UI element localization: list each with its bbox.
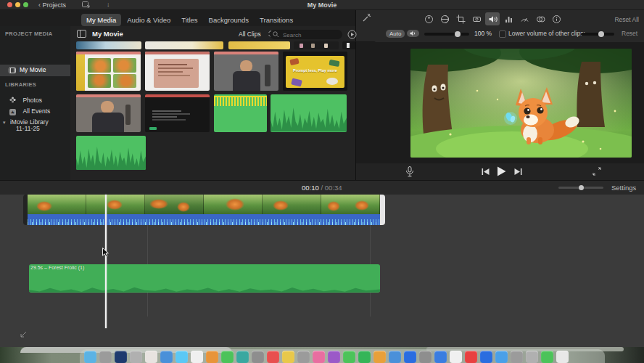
browser-play-button[interactable]: [347, 30, 357, 39]
tab-my-media[interactable]: My Media: [81, 14, 121, 26]
dock-app-icon[interactable]: [526, 351, 538, 363]
volume-tool-icon[interactable]: [485, 12, 500, 25]
effects-icon[interactable]: [533, 12, 548, 25]
fullscreen-expand-icon[interactable]: [593, 167, 601, 176]
dock-app-icon[interactable]: [206, 351, 218, 363]
search-input[interactable]: [281, 30, 341, 41]
search-field[interactable]: [270, 30, 342, 39]
dock-app-icon[interactable]: [389, 351, 401, 363]
volume-percent-value: 100 %: [474, 30, 492, 37]
media-thumbnail-fox-grid[interactable]: [76, 52, 141, 91]
sidebar-toggle-icon[interactable]: [77, 30, 86, 38]
dock-app-icon[interactable]: [495, 351, 508, 363]
dock-app-icon[interactable]: [358, 351, 371, 363]
tab-backgrounds[interactable]: Backgrounds: [204, 14, 254, 26]
lower-volume-checkbox[interactable]: [499, 30, 506, 38]
dock-app-icon[interactable]: [556, 351, 569, 363]
video-audio-strip[interactable]: [28, 214, 380, 225]
media-thumbnail-terminal[interactable]: [145, 94, 210, 132]
dock-icons: [80, 349, 605, 363]
speed-icon[interactable]: [517, 12, 532, 25]
skip-forward-button[interactable]: [514, 168, 522, 176]
media-thumbnail-audio-3[interactable]: [76, 136, 146, 170]
lower-volume-knob[interactable]: [598, 31, 604, 37]
filmstrip-frame: [321, 195, 380, 214]
auto-volume-button[interactable]: Auto: [386, 30, 405, 38]
microphone-icon[interactable]: [405, 166, 414, 177]
dock-app-icon[interactable]: [373, 351, 386, 363]
dock-app-icon[interactable]: [419, 351, 432, 363]
dock-app-icon[interactable]: [176, 351, 188, 363]
dock-app-icon[interactable]: [84, 351, 96, 363]
auto-enhance-wand-icon[interactable]: [362, 13, 371, 23]
video-clip-right-handle[interactable]: [380, 195, 385, 225]
tab-titles[interactable]: Titles: [176, 14, 202, 26]
reset-button[interactable]: Reset: [622, 30, 637, 37]
lower-volume-slider[interactable]: [581, 33, 614, 36]
dock-app-icon[interactable]: [115, 351, 127, 363]
info-icon[interactable]: [549, 12, 564, 25]
dock-app-icon[interactable]: [267, 351, 279, 363]
desktop-strip: [0, 347, 644, 363]
lower-volume-label: Lower volume of other clips:: [508, 30, 585, 37]
filmstrip-frame: [204, 195, 263, 214]
reset-all-button[interactable]: Reset All: [614, 16, 639, 23]
color-wheel-icon[interactable]: [421, 12, 436, 25]
search-icon: [273, 31, 279, 38]
clip-volume-slider[interactable]: [424, 33, 469, 36]
media-thumbnail[interactable]: [228, 41, 290, 49]
media-thumbnail[interactable]: [294, 41, 339, 49]
dock-app-icon[interactable]: [282, 351, 294, 363]
dock-app-icon[interactable]: [434, 351, 447, 363]
dock-app-icon[interactable]: [160, 351, 173, 363]
media-thumbnail[interactable]: [76, 41, 141, 49]
dock-app-icon[interactable]: [130, 351, 142, 363]
video-track-filmstrip[interactable]: [28, 195, 380, 214]
dock-app-icon[interactable]: [236, 351, 249, 363]
imovie-app: ‹ Projects ↓ My Movie My MediaAudio & Vi…: [0, 0, 644, 363]
stabilization-icon[interactable]: [469, 12, 484, 25]
media-thumbnail-presenter-2[interactable]: [76, 94, 141, 132]
media-thumbnail-document[interactable]: [145, 52, 210, 91]
timeline-zoom-knob[interactable]: [579, 185, 584, 190]
media-thumbnail-prompt-card[interactable]: Prompt less, Play more: [283, 52, 347, 91]
mute-button[interactable]: [407, 30, 419, 37]
dock-app-icon[interactable]: [450, 351, 462, 363]
dock-app-icon[interactable]: [252, 351, 264, 363]
media-thumbnail-audio-1[interactable]: [214, 94, 267, 132]
dock-app-icon[interactable]: [221, 351, 234, 363]
sidebar-item-my-movie[interactable]: My Movie: [0, 65, 70, 76]
window-title: My Movie: [0, 1, 644, 9]
sidebar-item-library-date[interactable]: 11-11-25: [16, 125, 40, 132]
dock-app-icon[interactable]: [511, 351, 523, 363]
color-balance-icon[interactable]: [437, 12, 452, 25]
preview-image[interactable]: [410, 49, 632, 158]
skip-back-button[interactable]: [482, 168, 490, 176]
play-button[interactable]: [497, 166, 506, 176]
dock-app-icon[interactable]: [313, 351, 325, 363]
noise-reduction-icon[interactable]: [501, 12, 516, 25]
media-thumbnail-presenter[interactable]: [214, 52, 278, 91]
dock-app-icon[interactable]: [99, 351, 112, 363]
libraries-header: LIBRARIES: [5, 81, 36, 88]
tab-audio-video[interactable]: Audio & Video: [122, 14, 176, 26]
dock-app-icon[interactable]: [465, 351, 477, 363]
dock-app-icon[interactable]: [328, 351, 340, 363]
media-thumbnail-audio-2[interactable]: [271, 94, 347, 132]
clip-volume-knob[interactable]: [455, 31, 461, 37]
playhead[interactable]: [105, 195, 107, 328]
timeline-settings-button[interactable]: Settings: [611, 184, 636, 192]
dock-app-icon[interactable]: [404, 351, 416, 363]
media-thumbnail[interactable]: [145, 41, 223, 49]
dock-app-icon[interactable]: [480, 351, 492, 363]
timeline-zoom-slider[interactable]: [558, 187, 603, 189]
clips-filter-dropdown[interactable]: All Clips: [239, 30, 261, 38]
background-music-clip[interactable]: 29.5s – Forest Frolic (1): [29, 264, 380, 293]
dock-app-icon[interactable]: [297, 351, 310, 363]
dock-app-icon[interactable]: [145, 351, 157, 363]
tab-transitions[interactable]: Transitions: [255, 14, 298, 26]
crop-icon[interactable]: [453, 12, 468, 25]
dock-app-icon[interactable]: [541, 351, 553, 363]
dock-app-icon[interactable]: [343, 351, 355, 363]
dock-app-icon[interactable]: [191, 351, 203, 363]
